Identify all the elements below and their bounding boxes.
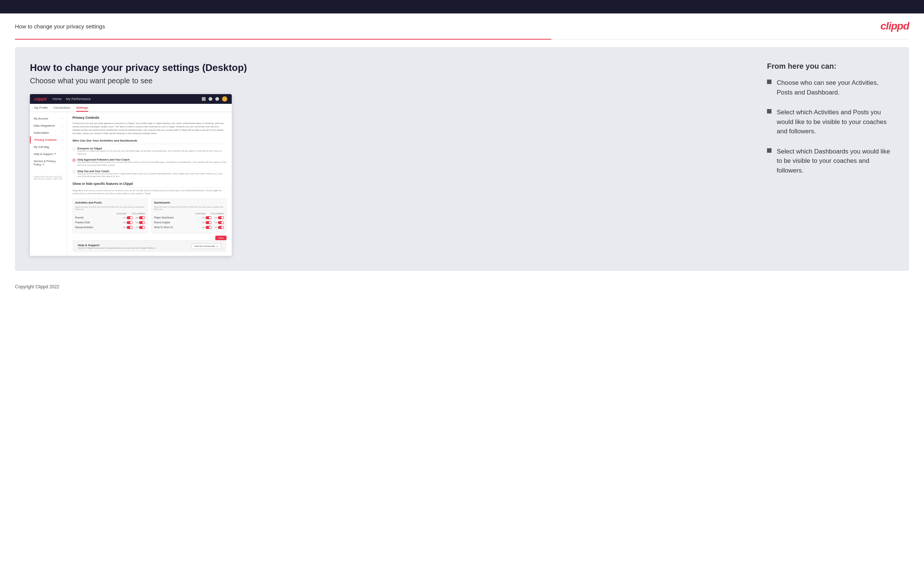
bullet-text-1: Choose who can see your Activities, Post… (777, 78, 894, 97)
bullet-text-3: Select which Dashboards you would like t… (777, 147, 894, 176)
bullet-item-2: Select which Activities and Posts you wo… (767, 108, 894, 136)
bullet-list: Choose who can see your Activities, Post… (767, 78, 894, 175)
player-dashboard-followers-toggle[interactable]: ON (215, 216, 224, 219)
toggle-two-cols: Activities and Posts Select the types of… (73, 198, 226, 234)
bullet-square-2 (767, 109, 772, 114)
header: How to change your privacy settings clip… (0, 13, 924, 39)
sidebar-item-my-golf-bag[interactable]: My Golf Bag › (30, 143, 67, 150)
main-heading: How to change your privacy settings (Des… (30, 62, 745, 74)
privacy-controls-desc: Control how you and your data appears to… (73, 122, 226, 135)
dashboards-col-desc: Select the types of activity that you'd … (154, 206, 224, 210)
rounds-followers-toggle[interactable]: ON (136, 216, 145, 219)
top-bar (0, 0, 924, 13)
tab-settings[interactable]: Settings (76, 106, 88, 112)
privacy-controls-title: Privacy Controls (73, 116, 226, 119)
radio-label-only-you-coach: Only You and Your Coach (78, 170, 226, 172)
tab-connections[interactable]: Connections (54, 106, 70, 112)
chevron-icon: › (62, 131, 63, 134)
toggle-row-practice-drills: Practice Drills ON ON (75, 221, 145, 224)
manual-activities-coaches-toggle[interactable]: ON (123, 226, 133, 229)
toggle-row-rounds: Rounds ON ON (75, 216, 145, 219)
practice-drills-coaches-toggle[interactable]: ON (123, 221, 133, 224)
header-title: How to change your privacy settings (15, 23, 105, 29)
player-dashboard-coaches-toggle[interactable]: ON (202, 216, 212, 219)
mockup-nav: clippd Home My Performance (30, 94, 232, 104)
dashboards-followers-header: FOLLOWERS (211, 213, 224, 215)
radio-desc-only-you-coach: Only you and the coaches you connect wit… (78, 172, 226, 178)
rounds-coaches-toggle[interactable]: ON (123, 216, 133, 219)
sidebar-version: Clippd Client Version: 2022.8.2SQL Serve… (30, 172, 67, 183)
radio-followers-coach[interactable]: Only Approved Followers and Your Coach O… (73, 158, 226, 166)
mockup-tabs: My Profile Connections Settings (30, 104, 232, 112)
save-button[interactable]: Save (215, 236, 226, 240)
followers-header: FOLLOWERS (132, 213, 145, 215)
chevron-icon: › (62, 117, 63, 120)
round-insights-coaches-toggle[interactable]: ON (202, 221, 212, 224)
bullet-square-1 (767, 79, 772, 84)
mockup-nav-performance: My Performance (66, 97, 90, 101)
show-hide-desc: Regardless of the privacy controls that … (73, 189, 226, 195)
radio-group: Everyone on Clippd Everyone on Clippd ca… (73, 147, 226, 178)
mockup-body: My Account › Data Integrations › Subscri… (30, 112, 232, 256)
what-to-work-on-coaches-toggle[interactable]: ON (202, 226, 212, 229)
sidebar-item-help-support[interactable]: Help & Support ↗ (30, 150, 67, 158)
visit-community-button[interactable]: Visit Our Community ↗ (191, 243, 221, 249)
grid-icon (208, 97, 212, 101)
toggle-row-manual-activities: Manual Activities ON ON (75, 226, 145, 229)
dashboards-toggle-header: COACHES FOLLOWERS (154, 213, 224, 215)
mockup-nav-icons (202, 96, 227, 102)
toggle-row-player-dashboard: Player Dashboard ON ON (154, 216, 224, 219)
practice-drills-followers-toggle[interactable]: ON (136, 221, 145, 224)
mockup-nav-home: Home (52, 97, 61, 101)
activities-col-title: Activities and Posts (75, 201, 145, 204)
activities-col-desc: Select the types of activity that you'd … (75, 206, 145, 210)
bullet-item-1: Choose who can see your Activities, Post… (767, 78, 894, 97)
dashboards-col-title: Dashboards (154, 201, 224, 204)
left-column: How to change your privacy settings (Des… (30, 62, 745, 256)
chevron-icon: › (62, 139, 63, 141)
help-title: Help & Support (78, 243, 156, 247)
sidebar-item-subscription[interactable]: Subscription › (30, 129, 67, 136)
save-row: Save (73, 236, 226, 240)
sidebar-item-service-privacy[interactable]: Service & Privacy Policy ↗ (30, 158, 67, 168)
radio-dot-everyone (73, 148, 76, 150)
radio-dot-followers-coach (73, 159, 76, 162)
round-insights-followers-toggle[interactable]: ON (215, 221, 224, 224)
mockup-nav-links: Home My Performance (52, 97, 90, 101)
logo: clippd (880, 20, 909, 32)
toggle-row-what-to-work-on: What To Work On ON ON (154, 226, 224, 229)
from-here-title: From here you can: (767, 62, 894, 71)
mockup-logo: clippd (34, 97, 46, 101)
coaches-header: COACHES (116, 213, 127, 215)
settings-icon (215, 97, 219, 101)
show-hide-section: Show or hide specific features in Clippd… (73, 182, 226, 240)
radio-dot-only-you-coach (73, 170, 76, 173)
manual-activities-followers-toggle[interactable]: ON (136, 226, 145, 229)
help-section: Help & Support Visit our Clippd communit… (73, 240, 226, 252)
right-column: From here you can: Choose who can see yo… (767, 62, 894, 175)
radio-only-you-coach[interactable]: Only You and Your Coach Only you and the… (73, 170, 226, 178)
sidebar-item-privacy-controls[interactable]: Privacy Controls › (30, 136, 67, 143)
main-content: How to change your privacy settings (Des… (15, 47, 909, 271)
footer: Copyright Clippd 2022 (0, 278, 924, 295)
dashboards-col: Dashboards Select the types of activity … (151, 198, 226, 234)
show-hide-title: Show or hide specific features in Clippd (73, 182, 226, 187)
header-divider (15, 39, 909, 40)
mockup-main-area: Privacy Controls Control how you and you… (67, 112, 232, 256)
screenshot-mockup: clippd Home My Performance My Profile Co… (30, 94, 232, 256)
bullet-square-3 (767, 148, 772, 153)
tab-my-profile[interactable]: My Profile (34, 106, 48, 112)
what-to-work-on-followers-toggle[interactable]: ON (215, 226, 224, 229)
who-can-see-title: Who Can See Your Activities and Dashboar… (73, 139, 226, 144)
radio-everyone[interactable]: Everyone on Clippd Everyone on Clippd ca… (73, 147, 226, 155)
mockup-sidebar: My Account › Data Integrations › Subscri… (30, 112, 67, 256)
toggle-row-round-insights: Round Insights ON ON (154, 221, 224, 224)
search-icon (202, 97, 205, 101)
sidebar-item-my-account[interactable]: My Account › (30, 115, 67, 122)
sub-heading: Choose what you want people to see (30, 77, 745, 85)
sidebar-item-data-integrations[interactable]: Data Integrations › (30, 122, 67, 129)
activities-col: Activities and Posts Select the types of… (73, 198, 148, 234)
copyright-text: Copyright Clippd 2022 (15, 284, 60, 289)
dashboards-coaches-header: COACHES (195, 213, 205, 215)
radio-label-everyone: Everyone on Clippd (78, 147, 226, 150)
